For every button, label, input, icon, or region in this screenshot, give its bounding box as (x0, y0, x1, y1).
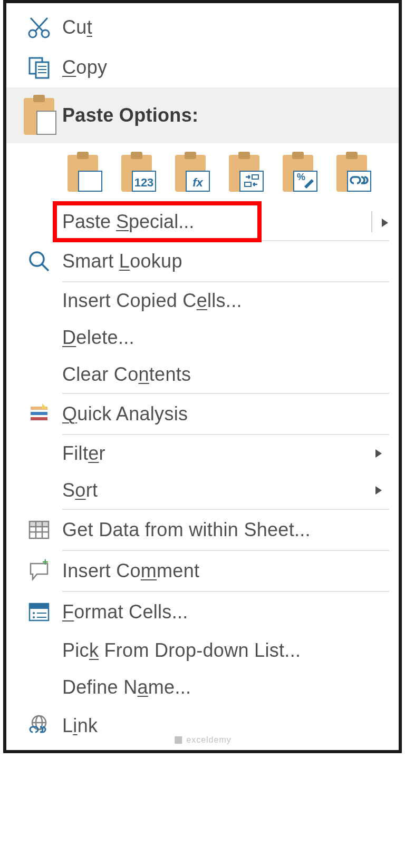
insert-comment-label: Insert Comment (62, 560, 389, 582)
svg-point-26 (33, 612, 35, 614)
paste-formatting-icon[interactable]: % (277, 152, 319, 193)
svg-rect-9 (252, 175, 258, 179)
quick-analysis-icon (16, 401, 62, 427)
paste-options-icons: 123 fx % (6, 143, 399, 203)
paste-special-label: Paste Special... (62, 211, 363, 233)
smart-lookup-menu-item[interactable]: Smart Lookup (6, 241, 399, 281)
svg-point-12 (30, 252, 44, 266)
filter-menu-item[interactable]: Filter (6, 435, 399, 472)
paste-formulas-icon[interactable]: fx (170, 152, 211, 193)
svg-rect-10 (245, 182, 251, 186)
filter-label: Filter (62, 442, 368, 465)
svg-rect-22 (30, 521, 49, 527)
cut-menu-item[interactable]: Cut (6, 7, 399, 47)
svg-line-13 (42, 264, 49, 271)
divider (371, 211, 372, 232)
define-name-label: Define Name... (62, 676, 389, 698)
delete-menu-item[interactable]: Delete... (6, 319, 399, 356)
get-data-menu-item[interactable]: Get Data from within Sheet... (6, 510, 399, 550)
insert-copied-cells-menu-item[interactable]: Insert Copied Cells... (6, 282, 399, 319)
svg-point-0 (29, 30, 36, 37)
get-data-label: Get Data from within Sheet... (62, 519, 389, 541)
paste-options-label: Paste Options: (62, 104, 389, 126)
copy-menu-item[interactable]: Copy (6, 47, 399, 87)
cut-icon (16, 15, 62, 40)
submenu-arrow-icon (368, 485, 389, 496)
link-menu-item[interactable]: Link (6, 706, 399, 746)
svg-point-1 (42, 30, 49, 37)
delete-label: Delete... (62, 327, 389, 349)
context-menu: Cut Copy Paste Options: (3, 0, 402, 753)
quick-analysis-menu-item[interactable]: Quick Analysis (6, 394, 399, 434)
search-icon (16, 249, 62, 274)
insert-copied-cells-label: Insert Copied Cells... (62, 290, 389, 312)
cut-label: Cut (62, 16, 389, 38)
pick-dropdown-label: Pick From Drop-down List... (62, 639, 389, 662)
smart-lookup-label: Smart Lookup (62, 250, 389, 272)
sort-label: Sort (62, 479, 368, 501)
svg-rect-16 (31, 417, 47, 420)
svg-text:%: % (297, 172, 305, 182)
format-cells-icon (16, 599, 62, 625)
submenu-arrow-icon (381, 211, 389, 233)
svg-point-28 (33, 616, 35, 618)
table-icon (16, 517, 62, 542)
define-name-menu-item[interactable]: Define Name... (6, 669, 399, 706)
svg-rect-15 (31, 412, 47, 415)
link-label: Link (62, 715, 389, 737)
paste-options-header: Paste Options: (6, 87, 399, 143)
clear-contents-label: Clear Contents (62, 363, 389, 386)
comment-icon: + (16, 558, 62, 584)
paste-all-icon[interactable] (62, 152, 103, 193)
link-icon (16, 713, 62, 738)
format-cells-label: Format Cells... (62, 601, 389, 623)
copy-icon (16, 55, 62, 80)
svg-text:+: + (42, 558, 49, 568)
paste-values-icon[interactable]: 123 (116, 152, 157, 193)
insert-comment-menu-item[interactable]: + Insert Comment (6, 551, 399, 591)
clear-contents-menu-item[interactable]: Clear Contents (6, 356, 399, 393)
paste-special-menu-item[interactable]: Paste Special... (6, 203, 399, 240)
quick-analysis-label: Quick Analysis (62, 403, 389, 425)
submenu-arrow-icon (368, 448, 389, 459)
copy-label: Copy (62, 56, 389, 78)
sort-menu-item[interactable]: Sort (6, 472, 399, 509)
svg-rect-25 (30, 604, 49, 609)
paste-link-icon[interactable] (331, 152, 372, 193)
paste-transpose-icon[interactable] (224, 152, 265, 193)
format-cells-menu-item[interactable]: Format Cells... (6, 592, 399, 632)
pick-dropdown-menu-item[interactable]: Pick From Drop-down List... (6, 632, 399, 669)
paste-icon (16, 95, 62, 136)
